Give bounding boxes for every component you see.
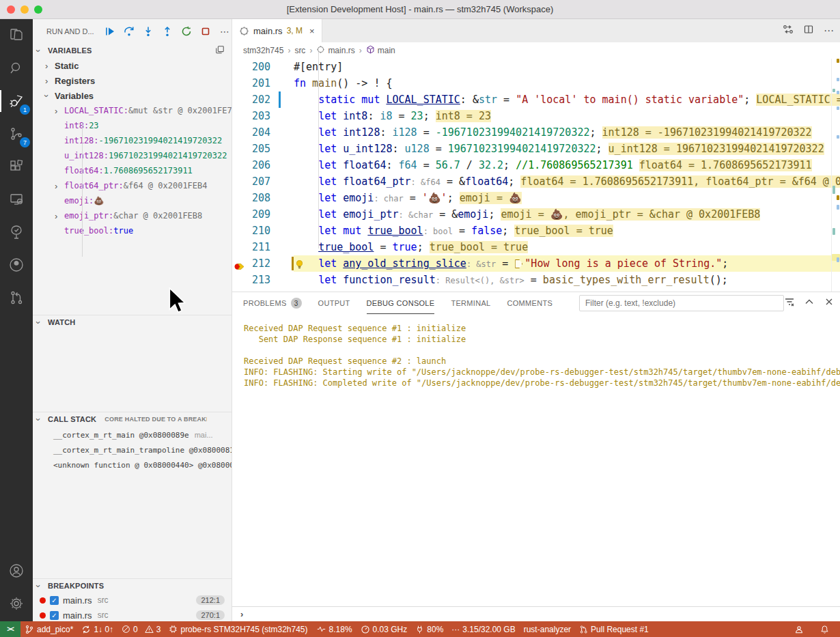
status-feedback[interactable] <box>790 621 808 637</box>
debug-more-actions-button[interactable]: ⋯ <box>219 25 231 38</box>
copy-icon[interactable] <box>215 45 225 56</box>
close-panel-icon[interactable] <box>824 296 835 310</box>
code-line-205[interactable]: 205 let u_int128: u128 = 196710231994021… <box>232 141 840 157</box>
debug-stop-button[interactable] <box>199 25 212 38</box>
panel-tab-output[interactable]: OUTPUT <box>318 292 350 314</box>
breadcrumb-item-main[interactable]: main <box>366 45 395 56</box>
call-stack-frame[interactable]: __cortex_m_rt_main @0x0800089emai... <box>33 427 232 442</box>
call-stack-section-header[interactable]: › CALL STACK CORE HALTED DUE TO A BREAKP… <box>33 412 232 426</box>
breadcrumb-item-src[interactable]: src <box>294 46 305 55</box>
variables-section-header[interactable]: › VARIABLES <box>33 44 232 57</box>
status-debug-target[interactable]: probe-rs STM32H745 (stm32h745) <box>165 621 311 637</box>
variables-group-row[interactable]: ›Static <box>33 58 232 73</box>
call-stack-frame[interactable]: <unknown function @ 0x08000440> @0x08000 <box>33 457 232 472</box>
variable-row[interactable]: ›float64_ptr: &f64 @ 0x2001FEB4 <box>33 178 232 193</box>
code-line-212[interactable]: 212 let any_old_string_slice: &str = "Ho… <box>232 255 840 272</box>
filter-icon[interactable] <box>784 296 795 310</box>
code-line-208[interactable]: 208 let emoji: char = '💩'; emoji = 💩 <box>232 190 840 206</box>
code-line-201[interactable]: 201fn main() -> ! { <box>232 75 840 91</box>
code-line-210[interactable]: 210 let mut true_bool: bool = false; tru… <box>232 223 840 239</box>
breakpoint-row[interactable]: ✓main.rssrc270:1 <box>33 608 232 621</box>
activity-github[interactable] <box>0 249 33 281</box>
debug-step-into-button[interactable] <box>142 25 154 38</box>
debug-step-over-button[interactable] <box>123 25 135 38</box>
variables-group-row[interactable]: ›Variables <box>33 88 232 103</box>
variable-row[interactable]: true_bool: true <box>33 223 232 238</box>
activity-extensions[interactable] <box>0 150 33 183</box>
variable-row[interactable]: ›LOCAL_STATIC: &mut &str @ 0x2001FE78 <box>33 103 232 118</box>
code-line-200[interactable]: 200#[entry] <box>232 59 840 75</box>
activity-testing[interactable] <box>0 216 33 249</box>
variable-row[interactable]: ›emoji_ptr: &char @ 0x2001FEB8 <box>33 208 232 223</box>
activity-source-control[interactable]: 7 <box>0 117 33 150</box>
code-line-213[interactable]: 213 let function_result: Result<(), &str… <box>232 272 840 288</box>
code-editor[interactable]: 200#[entry]201fn main() -> ! {202 static… <box>232 59 840 292</box>
chevron-down-icon: › <box>37 581 48 591</box>
code-line-204[interactable]: 204 let int128: i128 = -1967102319940214… <box>232 124 840 141</box>
zoom-window-button[interactable] <box>34 5 42 14</box>
status-git-branch[interactable]: add_pico* <box>20 621 77 637</box>
status-cpu-frequency[interactable]: 0.03 GHz <box>356 621 412 637</box>
status-problems[interactable]: 03 <box>117 621 165 637</box>
activity-explorer[interactable] <box>0 19 33 52</box>
breakpoint-current-icon[interactable] <box>232 255 246 272</box>
activity-accounts[interactable] <box>0 554 33 587</box>
variables-group-row[interactable]: ›Registers <box>33 73 232 88</box>
panel-tab-problems[interactable]: PROBLEMS3 <box>243 292 302 314</box>
variable-row[interactable]: u_int128: 196710231994021419720322 <box>33 148 232 163</box>
call-stack-frame[interactable]: __cortex_m_rt_main_trampoline @0x0800081 <box>33 442 232 457</box>
breakpoint-checkbox[interactable]: ✓ <box>50 611 59 620</box>
panel-tab-label: DEBUG CONSOLE <box>367 299 435 307</box>
status-pull-request[interactable]: Pull Request #1 <box>575 621 653 637</box>
code-line-207[interactable]: 207 let float64_ptr: &f64 = &float64; fl… <box>232 173 840 190</box>
breadcrumb-item-stm32h745[interactable]: stm32h745 <box>243 46 283 55</box>
console-filter-input[interactable] <box>580 296 783 311</box>
status-cpu-usage[interactable]: 8.18% <box>312 621 356 637</box>
status-notifications[interactable] <box>816 621 833 637</box>
code-line-211[interactable]: 211 true_bool = true; true_bool = true <box>232 239 840 255</box>
panel-tab-debug-console[interactable]: DEBUG CONSOLE <box>367 292 435 314</box>
status-remote[interactable]: >< <box>0 621 20 637</box>
breadcrumb-item-main-rs[interactable]: main.rs <box>316 45 354 56</box>
breakpoint-row[interactable]: ✓main.rssrc212:1 <box>33 593 232 608</box>
close-icon[interactable]: × <box>309 26 315 36</box>
code-line-203[interactable]: 203 let int8: i8 = 23; int8 = 23 <box>232 108 840 124</box>
panel-tab-terminal[interactable]: TERMINAL <box>451 292 490 314</box>
editor-more-actions-button[interactable]: ⋯ <box>824 25 835 37</box>
minimize-window-button[interactable] <box>20 5 29 14</box>
watch-section-header[interactable]: › WATCH <box>33 315 232 329</box>
code-line-206[interactable]: 206 let float64: f64 = 56.7 / 32.2; //1.… <box>232 157 840 173</box>
code-token: : bool <box>423 227 453 236</box>
status-rust-analyzer[interactable]: rust-analyzer <box>520 621 575 637</box>
panel-tab-comments[interactable]: COMMENTS <box>507 292 552 314</box>
debug-continue-button[interactable] <box>104 25 116 38</box>
debug-step-out-button[interactable] <box>161 25 173 38</box>
close-window-button[interactable] <box>7 5 15 14</box>
code-line-209[interactable]: 209 let emoji_ptr: &char = &emoji; emoji… <box>232 206 840 223</box>
status-git-sync[interactable]: 1↓ 0↑ <box>77 621 117 637</box>
problems-count-badge: 3 <box>291 298 302 309</box>
variable-row[interactable]: float64: 1.7608695652173911 <box>33 163 232 178</box>
breakpoint-gutter <box>232 206 246 223</box>
breakpoint-checkbox[interactable]: ✓ <box>50 596 59 605</box>
status-memory[interactable]: ···3.15/32.00 GB <box>447 621 519 637</box>
activity-run-and-debug[interactable]: 1 <box>0 85 33 117</box>
maximize-panel-icon[interactable] <box>804 296 815 310</box>
tab-main-rs[interactable]: main.rs 3, M × <box>232 19 322 42</box>
activity-settings[interactable] <box>0 587 33 620</box>
variable-row[interactable]: int128: -196710231994021419720322 <box>33 133 232 148</box>
code-line-text: let int8: i8 = 23; int8 = 23 <box>294 108 840 124</box>
overview-ruler[interactable] <box>832 59 840 292</box>
activity-search[interactable] <box>0 52 33 85</box>
code-line-202[interactable]: 202 static mut LOCAL_STATIC: &str = "A '… <box>232 91 840 108</box>
breakpoints-section-header[interactable]: › BREAKPOINTS <box>33 579 232 593</box>
activity-remote-explorer[interactable] <box>0 183 33 216</box>
split-editor-button[interactable] <box>803 24 814 38</box>
status-battery[interactable]: 80% <box>411 621 447 637</box>
activity-pull-requests[interactable] <box>0 281 33 314</box>
open-changes-button[interactable] <box>783 24 794 38</box>
variable-row[interactable]: emoji: 💩 <box>33 193 232 208</box>
variable-row[interactable]: int8: 23 <box>33 118 232 133</box>
debug-restart-button[interactable] <box>180 25 193 38</box>
debug-console-input[interactable]: › <box>232 606 840 621</box>
